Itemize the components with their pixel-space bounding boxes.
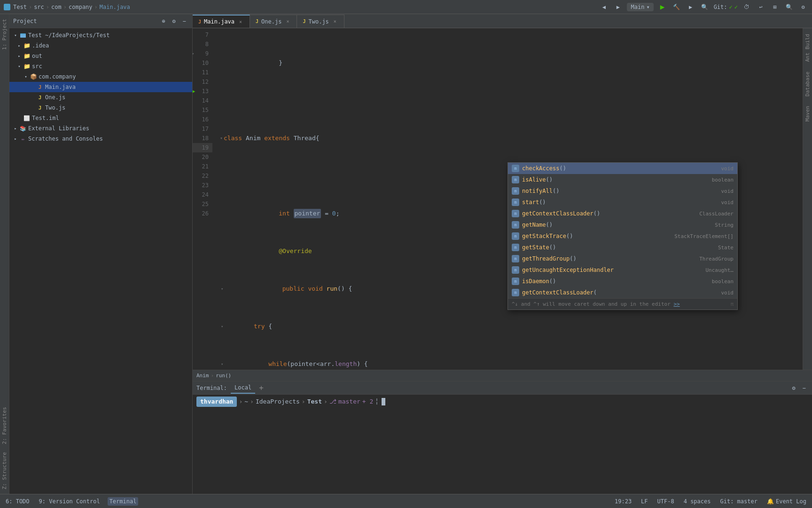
panel-add-button[interactable]: ⊕ <box>159 17 168 25</box>
tab-main-java-label: Main.java <box>204 18 234 25</box>
tree-item-two-js[interactable]: J Two.js <box>9 103 192 113</box>
toolbar-navigate-back[interactable]: ◀ <box>599 2 609 12</box>
ac-item-getstacktrace[interactable]: m getStackTrace() StackTraceElement[] <box>508 230 737 242</box>
breadcrumb-com[interactable]: com <box>51 4 62 10</box>
tab-one-js[interactable]: J One.js × <box>250 15 297 28</box>
status-terminal-btn[interactable]: Terminal <box>108 497 139 506</box>
prompt-branch-icon: ⎇ <box>329 397 336 406</box>
ac-name-getcontextclassloader: getContextClassLoader() <box>522 210 696 217</box>
tree-item-main-java[interactable]: J Main.java <box>9 82 192 92</box>
ac-item-getthreadgroup[interactable]: m getThreadGroup() ThreadGroup <box>508 253 737 264</box>
run-configuration-selector[interactable]: Main ▾ <box>627 3 653 11</box>
terminal-cursor <box>382 398 385 405</box>
tree-item-out[interactable]: ▸ 📁 out <box>9 51 192 61</box>
status-event-log[interactable]: 🔔 Event Log <box>765 497 808 506</box>
status-utf[interactable]: UTF-8 <box>656 497 676 506</box>
search-button[interactable]: 🔍 <box>700 2 710 12</box>
ac-footer-link[interactable]: >> <box>673 301 679 307</box>
search-everywhere-button[interactable]: 🔍 <box>784 2 794 12</box>
panel-minimize-button[interactable]: − <box>180 17 188 25</box>
line-num-7: 7 <box>193 30 212 40</box>
ac-item-isdaemon[interactable]: m isDaemon() boolean <box>508 276 737 287</box>
terminal-minimize-button[interactable]: − <box>800 384 808 392</box>
status-encoding[interactable]: LF <box>639 497 649 506</box>
status-git-branch[interactable]: Git: master <box>718 497 759 506</box>
maven-tab[interactable]: Maven <box>804 102 812 125</box>
tree-item-external-libs[interactable]: ▸ 📚 External Libraries <box>9 123 192 134</box>
code-editor[interactable]: 7 8 9 ▾ 10 11 12 13 ▶ 14 15 16 17 18 <box>193 28 803 370</box>
arrow-icon: ▾ <box>17 64 22 69</box>
ac-item-getname[interactable]: m getName() String <box>508 219 737 230</box>
add-terminal-button[interactable]: + <box>259 383 264 392</box>
tab-main-java[interactable]: J Main.java × <box>193 15 250 28</box>
js-file-icon2: J <box>37 104 43 111</box>
top-toolbar: Test › src › com › company › Main.java ◀… <box>0 0 812 14</box>
breadcrumb-test[interactable]: Test <box>13 4 27 10</box>
status-line-col[interactable]: 19:23 <box>613 497 633 506</box>
history-button[interactable]: ⏱ <box>742 2 752 12</box>
ac-item-isalive[interactable]: m isAlive() boolean <box>508 174 737 185</box>
status-vcs[interactable]: 9: Version Control <box>37 497 102 506</box>
toolbar-right: ◀ ▶ Main ▾ ▶ 🔨 ▶ 🔍 Git: ✓ ✓ ⏱ ↩ ⊞ 🔍 ⚙ <box>599 2 808 12</box>
ac-method-icon2: m <box>512 176 519 183</box>
structure-button[interactable]: ⊞ <box>770 2 780 12</box>
tab-one-js-close[interactable]: × <box>284 18 291 25</box>
status-indent[interactable]: 4 spaces <box>682 497 713 506</box>
database-tab[interactable]: Database <box>804 68 812 100</box>
autocomplete-popup[interactable]: m checkAccess() void m isAlive() boolean… <box>508 162 738 310</box>
ac-item-notifyall[interactable]: m notifyAll() void <box>508 185 737 197</box>
line-num-10: 10 <box>193 58 212 68</box>
line-num-24: 24 <box>193 190 212 199</box>
ac-item-getstate[interactable]: m getState() State <box>508 242 737 253</box>
revert-button[interactable]: ↩ <box>756 2 766 12</box>
breadcrumb-src[interactable]: src <box>34 4 44 10</box>
terminal-local-tab[interactable]: Local <box>231 382 255 394</box>
ac-type-getstate: State <box>718 245 734 251</box>
tab-two-js[interactable]: J Two.js × <box>297 15 344 28</box>
toolbar-navigate-forward[interactable]: ▶ <box>613 2 623 12</box>
tree-item-idea[interactable]: ▸ 📁 .idea <box>9 40 192 51</box>
line-num-14: 14 <box>193 96 212 105</box>
line-num-9: 9 ▾ <box>193 49 212 58</box>
sidebar-tab-project[interactable]: 1: Project <box>0 16 8 53</box>
tree-item-com-company[interactable]: ▾ 📦 com.company <box>9 71 192 82</box>
ac-item-getcontextclassloader[interactable]: m getContextClassLoader() ClassLoader <box>508 208 737 219</box>
terminal-settings-button[interactable]: ⚙ <box>789 384 798 392</box>
tree-item-test[interactable]: ▾ Test ~/IdeaProjects/Test <box>9 30 192 40</box>
folder-out-icon: 📁 <box>23 53 30 59</box>
status-bar: 6: TODO 9: Version Control Terminal 19:2… <box>0 494 812 508</box>
tree-item-one-js[interactable]: J One.js <box>9 92 192 103</box>
panel-header: Project ⊕ ⚙ − <box>9 14 192 28</box>
sidebar-tab-structure[interactable]: Z: Structure <box>0 449 8 492</box>
ac-item-getcontextclassloader2[interactable]: m getContextClassLoader( void <box>508 287 737 298</box>
line-num-23: 23 <box>193 181 212 190</box>
run-button[interactable]: ▶ <box>657 2 668 12</box>
panel-settings-button[interactable]: ⚙ <box>170 17 178 25</box>
ac-type-checkaccess: void <box>721 166 734 172</box>
tab-one-js-label: One.js <box>261 18 281 25</box>
ac-item-checkaccess[interactable]: m checkAccess() void <box>508 163 737 174</box>
status-todo[interactable]: 6: TODO <box>4 497 31 506</box>
tab-main-java-close[interactable]: × <box>237 18 244 25</box>
breadcrumb-file[interactable]: Main.java <box>100 4 130 10</box>
arrow-icon: ▸ <box>17 43 22 48</box>
settings-button[interactable]: ⚙ <box>798 2 808 12</box>
breadcrumb-company[interactable]: company <box>69 4 93 10</box>
tree-item-scratches[interactable]: ▸ ✏ Scratches and Consoles <box>9 134 192 144</box>
js-file-icon: J <box>37 94 43 101</box>
run-gutter-icon[interactable]: ▶ <box>193 87 195 96</box>
ant-build-tab[interactable]: Ant Build <box>804 30 812 66</box>
ac-type-notifyall: void <box>721 188 734 194</box>
sidebar-tab-favorites[interactable]: 2: Favorites <box>0 404 8 447</box>
tab-two-js-close[interactable]: × <box>332 18 338 25</box>
prompt-branch-name: master <box>338 397 360 406</box>
prompt-tilde: ~ <box>244 397 248 406</box>
coverage-button[interactable]: ▶ <box>686 2 696 12</box>
ac-item-start[interactable]: m start() void <box>508 197 737 208</box>
breadcrumb: Test › src › com › company › Main.java <box>13 4 130 10</box>
tree-item-test-iml[interactable]: ⬜ Test.iml <box>9 113 192 123</box>
build-button[interactable]: 🔨 <box>671 2 682 12</box>
tree-item-src[interactable]: ▾ 📁 src <box>9 61 192 71</box>
ac-item-getuncaught[interactable]: m getUncaughtExceptionHandler Uncaught… <box>508 264 737 276</box>
ac-name-getthreadgroup: getThreadGroup() <box>522 255 696 262</box>
